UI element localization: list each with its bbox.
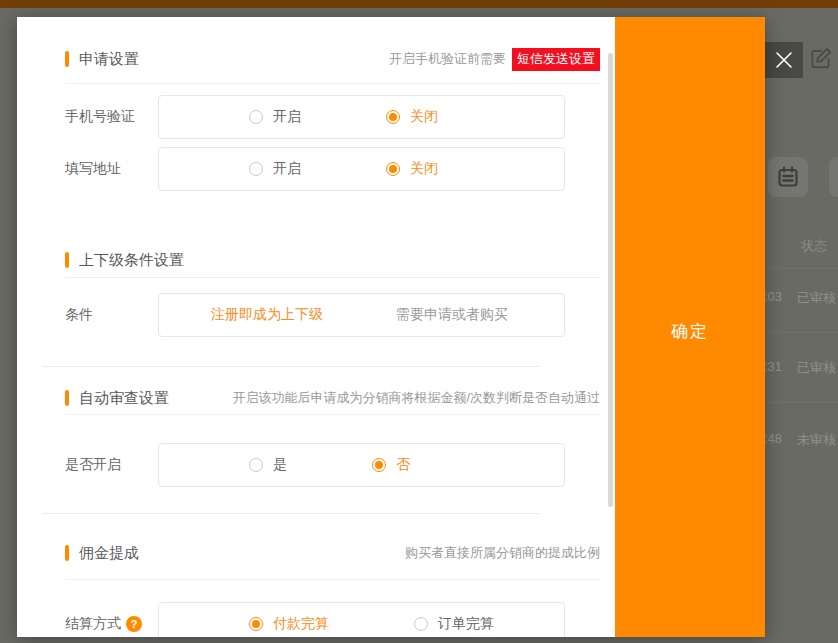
- row-label: 条件: [65, 306, 158, 324]
- section-separator: [42, 366, 540, 367]
- section-header-commission: 佣金提成 购买者直接所属分销商的提成比例: [65, 544, 600, 562]
- divider: [65, 579, 600, 580]
- options-box: 开启 关闭: [158, 95, 565, 139]
- radio-unselected-icon[interactable]: [249, 110, 263, 124]
- options-box: 付款完算 订单完算: [158, 602, 565, 637]
- section-accent-bar: [65, 252, 69, 268]
- radio-selected-icon[interactable]: [386, 162, 400, 176]
- radio-option-no[interactable]: 否: [372, 456, 410, 474]
- setting-row-enable-auto-review: 是否开启 是 否: [65, 443, 600, 487]
- row-label: 结算方式 ?: [65, 615, 158, 633]
- options-box: 注册即成为上下级 需要申请或者购买: [158, 293, 565, 337]
- radio-selected-icon[interactable]: [386, 110, 400, 124]
- radio-unselected-icon[interactable]: [249, 458, 263, 472]
- confirm-button-label: 确定: [615, 320, 765, 343]
- section-note: 开启手机验证前需要: [389, 50, 506, 68]
- row-label-text: 结算方式: [65, 615, 121, 633]
- help-icon[interactable]: ?: [126, 616, 142, 632]
- options-box: 是 否: [158, 443, 565, 487]
- radio-option-on[interactable]: 开启: [249, 108, 301, 126]
- row-label: 填写地址: [65, 160, 158, 178]
- radio-unselected-icon[interactable]: [249, 162, 263, 176]
- radio-option-off[interactable]: 关闭: [386, 160, 438, 178]
- bg-row-status: 已审核: [797, 289, 836, 307]
- radio-selected-icon[interactable]: [249, 617, 263, 631]
- radio-option-yes[interactable]: 是: [249, 456, 287, 474]
- edit-icon: [808, 45, 834, 71]
- radio-unselected-icon[interactable]: [414, 617, 428, 631]
- setting-row-settlement-method: 结算方式 ? 付款完算 订单完算: [65, 602, 600, 637]
- setting-row-fill-address: 填写地址 开启 关闭: [65, 147, 600, 191]
- close-icon: [774, 50, 794, 70]
- divider: [65, 277, 600, 278]
- bg-row-time: :31: [764, 359, 782, 374]
- options-box: 开启 关闭: [158, 147, 565, 191]
- calendar-icon: [776, 165, 800, 189]
- section-header-auto-review: 自动审查设置 开启该功能后申请成为分销商将根据金额/次数判断是否自动通过: [65, 389, 600, 407]
- radio-option-settle-on-payment[interactable]: 付款完算: [249, 615, 329, 633]
- radio-selected-icon[interactable]: [372, 458, 386, 472]
- bg-table-divider: [765, 332, 838, 333]
- section-header-hierarchy-condition: 上下级条件设置: [65, 251, 600, 269]
- section-accent-bar: [65, 545, 69, 561]
- dialog-scroll-area: 申请设置 开启手机验证前需要 短信发送设置 手机号验证 开启 关闭 填写地址: [17, 17, 615, 637]
- bg-row-status: 已审核: [797, 359, 836, 377]
- status-column-header: 状态: [801, 237, 827, 255]
- bg-table-divider: [765, 268, 838, 269]
- section-title: 申请设置: [79, 50, 139, 69]
- section-separator: [42, 513, 540, 514]
- bg-row-status: 未审核: [797, 431, 836, 449]
- distribution-settings-dialog: 申请设置 开启手机验证前需要 短信发送设置 手机号验证 开启 关闭 填写地址: [17, 17, 765, 637]
- section-note: 开启该功能后申请成为分销商将根据金额/次数判断是否自动通过: [232, 389, 600, 407]
- divider: [65, 83, 600, 84]
- close-button[interactable]: [765, 42, 803, 78]
- confirm-button[interactable]: 确定: [615, 17, 765, 637]
- radio-option-settle-on-order[interactable]: 订单完算: [414, 615, 494, 633]
- setting-row-condition: 条件 注册即成为上下级 需要申请或者购买: [65, 293, 600, 337]
- radio-option-off[interactable]: 关闭: [386, 108, 438, 126]
- section-title: 上下级条件设置: [79, 251, 184, 270]
- text-option-unselected[interactable]: 需要申请或者购买: [396, 306, 508, 324]
- clipped-icon-button: [829, 157, 838, 197]
- section-title: 佣金提成: [79, 544, 139, 563]
- radio-option-on[interactable]: 开启: [249, 160, 301, 178]
- bg-row-time: :03: [764, 289, 782, 304]
- section-accent-bar: [65, 390, 69, 406]
- text-option-selected[interactable]: 注册即成为上下级: [211, 306, 323, 324]
- row-label: 手机号验证: [65, 108, 158, 126]
- bg-row-time: :48: [764, 431, 782, 446]
- section-title: 自动审查设置: [79, 389, 169, 408]
- section-note: 购买者直接所属分销商的提成比例: [405, 544, 600, 562]
- bg-table-divider: [765, 402, 838, 403]
- section-accent-bar: [65, 51, 69, 67]
- row-label: 是否开启: [65, 456, 158, 474]
- setting-row-phone-verify: 手机号验证 开启 关闭: [65, 95, 600, 139]
- divider: [65, 414, 600, 415]
- scrollbar-thumb[interactable]: [608, 53, 613, 507]
- section-header-apply-settings: 申请设置 开启手机验证前需要 短信发送设置: [65, 50, 600, 68]
- calendar-button: [768, 157, 808, 197]
- sms-send-settings-badge[interactable]: 短信发送设置: [512, 48, 600, 71]
- background-top-bar: [0, 0, 838, 8]
